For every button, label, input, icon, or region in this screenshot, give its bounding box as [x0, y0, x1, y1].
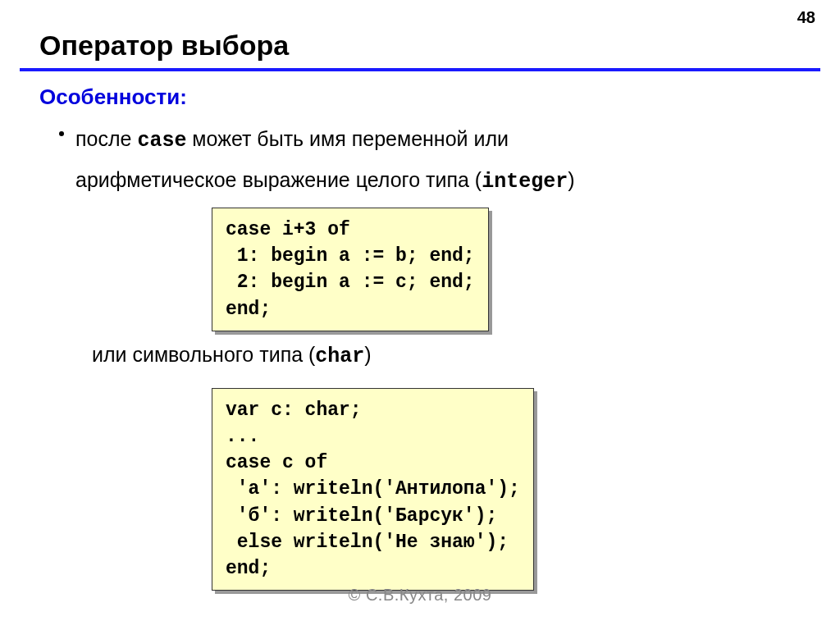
- text-fragment: может быть имя переменной или: [186, 127, 509, 150]
- bullet-item: после case может быть имя переменной или…: [0, 115, 840, 201]
- page-number: 48: [797, 8, 815, 27]
- text-fragment: или символьного типа (: [92, 343, 315, 366]
- code-block-1: case i+3 of 1: begin a := b; end; 2: beg…: [212, 208, 489, 331]
- mid-paragraph: или символьного типа (char): [0, 331, 840, 373]
- bullet-text: после case может быть имя переменной или…: [75, 120, 575, 201]
- text-fragment: после: [75, 127, 137, 150]
- text-fragment: ): [364, 343, 371, 366]
- text-fragment: ): [568, 168, 574, 191]
- inline-code: integer: [482, 170, 568, 194]
- inline-code: char: [315, 345, 364, 368]
- code-block-2: var c: char; ... case c of 'а': writeln(…: [212, 388, 534, 591]
- section-subtitle: Особенности:: [0, 71, 840, 115]
- bullet-dot-icon: [59, 131, 64, 136]
- slide-title: Оператор выбора: [0, 0, 840, 68]
- text-fragment: арифметическое выражение целого типа (: [75, 168, 482, 191]
- footer-copyright: © С.В.Кухта, 2009: [0, 586, 840, 605]
- inline-code: case: [137, 129, 186, 153]
